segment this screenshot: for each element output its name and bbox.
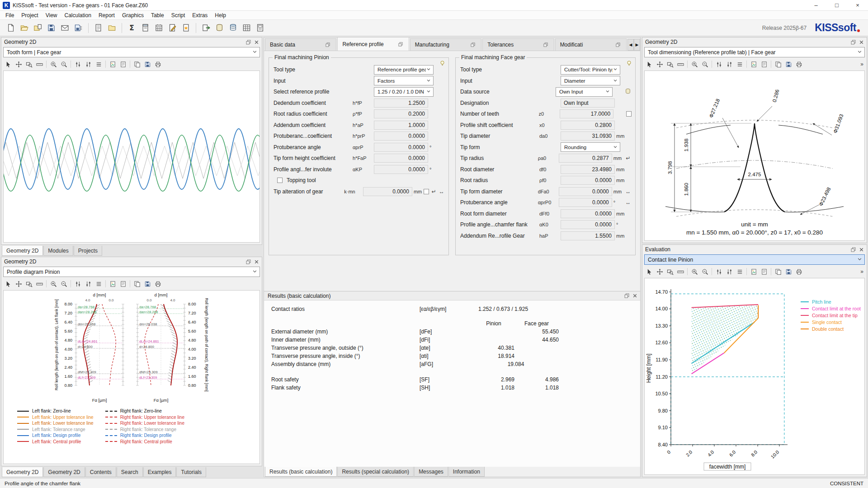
toolbar-sliders2-button[interactable] xyxy=(724,59,734,69)
toolbar-sliders2-button[interactable] xyxy=(83,59,93,69)
tab-scroll-left-button[interactable]: ◀ xyxy=(627,39,634,51)
toolbar-pan-button[interactable] xyxy=(655,267,665,277)
toolbar-overflow-button[interactable]: » xyxy=(859,61,865,67)
tab-geometry-2d[interactable]: Geometry 2D xyxy=(2,246,43,256)
toolbar-sliders-button[interactable] xyxy=(73,279,83,289)
field-number-of-teeth[interactable]: 17.0000 xyxy=(560,109,613,118)
graphic-select[interactable]: Profile diagram Pinion xyxy=(3,267,260,277)
menu-calculation[interactable]: Calculation xyxy=(61,11,95,19)
close-button[interactable]: × xyxy=(847,0,868,11)
field-addendum-re-rofile-gear[interactable]: 1.5500 xyxy=(561,231,615,240)
close-panel-button[interactable] xyxy=(858,246,865,253)
toolbar-exportdoc-button[interactable] xyxy=(759,59,769,69)
toolbar-save-button[interactable] xyxy=(142,59,152,69)
tab-contents[interactable]: Contents xyxy=(85,467,116,477)
graphic-select[interactable]: Tool dimensioning (Reference profile tab… xyxy=(644,47,865,57)
undock-panel-button[interactable] xyxy=(245,38,252,46)
tab-modificati[interactable]: Modificati xyxy=(555,38,627,51)
toolbar-db2-button[interactable] xyxy=(227,22,239,34)
evaluation-select[interactable]: Contact line Pinion xyxy=(644,254,865,265)
close-panel-button[interactable] xyxy=(253,258,260,265)
toolbar-cursor-button[interactable] xyxy=(644,59,654,69)
field-tip-alteration-of-gear[interactable]: 0.0000 xyxy=(363,187,412,196)
select-tip-form[interactable]: Rounding xyxy=(561,142,620,152)
toolbar-measure-button[interactable] xyxy=(675,267,685,277)
field-dedendum-coefficient[interactable]: 1.2500 xyxy=(374,99,428,108)
menu-report[interactable]: Report xyxy=(95,11,118,19)
toolbar-print-button[interactable] xyxy=(794,59,804,69)
tab-geometry-2d[interactable]: Geometry 2D xyxy=(2,467,43,477)
toolbar-pageframe-button[interactable] xyxy=(254,22,266,34)
toolbar-pagelines-button[interactable] xyxy=(92,22,104,34)
toolbar-sliders2-button[interactable] xyxy=(724,267,734,277)
field-root-radius[interactable]: 0.0000 xyxy=(561,176,615,185)
toolbar-db-button[interactable] xyxy=(213,22,226,34)
field-tip-diameter[interactable]: 31.0930 xyxy=(561,131,615,141)
toolbar-folderopen-button[interactable] xyxy=(18,22,30,34)
toolbar-zoomin-button[interactable] xyxy=(689,267,699,277)
toolbar-list-button[interactable] xyxy=(735,267,745,277)
toolbar-foldernew-button[interactable] xyxy=(32,22,44,34)
toolbar-zoomwin-button[interactable] xyxy=(665,59,675,69)
swap-arrows-icon[interactable]: ↔ xyxy=(624,188,632,195)
toolbar-exportimg-button[interactable] xyxy=(108,59,118,69)
toolbar-exportimg-button[interactable] xyxy=(749,267,759,277)
toolbar-sigma-button[interactable]: Σ xyxy=(126,22,138,34)
tab-modules[interactable]: Modules xyxy=(43,246,73,256)
menu-graphics[interactable]: Graphics xyxy=(118,11,147,19)
toolbar-sliders2-button[interactable] xyxy=(83,279,93,289)
toolbar-calendar-button[interactable] xyxy=(153,22,165,34)
toolbar-pagepen-button[interactable] xyxy=(166,22,179,34)
toolbar-pagestar-button[interactable] xyxy=(180,22,192,34)
menu-extras[interactable]: Extras xyxy=(189,11,211,19)
field-root-diameter[interactable]: 23.4980 xyxy=(561,165,615,174)
tab-tutorials[interactable]: Tutorials xyxy=(176,467,206,477)
field-profile-angl-fer-involute[interactable]: 0.0000 xyxy=(374,165,428,174)
tab-results-special-calculation[interactable]: Results (special calculation) xyxy=(337,467,414,477)
close-panel-button[interactable] xyxy=(253,38,260,46)
toolbar-measure-button[interactable] xyxy=(34,279,44,289)
toolbar-list-button[interactable] xyxy=(735,59,745,69)
tab-basic-data[interactable]: Basic data xyxy=(265,38,336,51)
select-tool-type[interactable]: Reference profile gea xyxy=(374,65,434,75)
select-select-reference-profile[interactable]: 1.25 / 0.20 / 1.0 DIN xyxy=(374,87,434,97)
toolbar-measure-button[interactable] xyxy=(675,59,685,69)
menu-file[interactable]: File xyxy=(2,11,18,19)
tab-messages[interactable]: Messages xyxy=(414,467,448,477)
undock-panel-button[interactable] xyxy=(849,38,857,46)
undock-panel-button[interactable] xyxy=(849,246,857,253)
toolbar-pan-button[interactable] xyxy=(14,59,24,69)
close-panel-button[interactable] xyxy=(858,38,865,46)
field-tip-form-diameter[interactable]: 0.0000 xyxy=(559,187,612,196)
toolbar-exportdoc-button[interactable] xyxy=(759,267,769,277)
menu-script[interactable]: Script xyxy=(168,11,189,19)
field-addendum-coefficient[interactable]: 1.0000 xyxy=(374,121,428,130)
toolbar-exportimg-button[interactable] xyxy=(749,59,759,69)
tab-examples[interactable]: Examples xyxy=(143,467,176,477)
toolbar-cursor-button[interactable] xyxy=(3,279,13,289)
toolbar-sliders-button[interactable] xyxy=(73,59,83,69)
field-designation[interactable]: Own Input xyxy=(561,99,615,108)
toolbar-zoomout-button[interactable] xyxy=(700,267,710,277)
toolbar-pan-button[interactable] xyxy=(14,279,24,289)
toolbar-newdoc-button[interactable] xyxy=(5,22,17,34)
tab-scroll-right-button[interactable]: ▶ xyxy=(634,39,640,51)
close-panel-button[interactable] xyxy=(631,292,638,300)
toolbar-zoomwin-button[interactable] xyxy=(665,267,675,277)
graphic-select[interactable]: Tooth form | Face gear xyxy=(3,47,260,57)
checkbox-number-of-teeth[interactable] xyxy=(626,111,632,117)
field-protuberance-angle[interactable]: 0.0000 xyxy=(374,143,428,152)
toolbar-zoomwin-button[interactable] xyxy=(24,279,34,289)
toolbar-zoomin-button[interactable] xyxy=(689,59,699,69)
toolbar-save-button[interactable] xyxy=(783,267,793,277)
field-tip-form-height-coefficient[interactable]: 0.0000 xyxy=(374,154,428,163)
toolbar-grid-button[interactable] xyxy=(241,22,253,34)
tab-projects[interactable]: Projects xyxy=(74,246,102,256)
field-root-form-diameter[interactable]: 0.0000 xyxy=(561,209,615,218)
checkbox-tip-alteration-of-gear[interactable] xyxy=(424,189,429,194)
toolbar-export-button[interactable] xyxy=(200,22,212,34)
tab-search[interactable]: Search xyxy=(117,467,143,477)
toolbar-mail-button[interactable] xyxy=(59,22,71,34)
toolbar-zoomout-button[interactable] xyxy=(59,279,69,289)
swap-arrows-icon[interactable]: ↔ xyxy=(624,199,632,206)
